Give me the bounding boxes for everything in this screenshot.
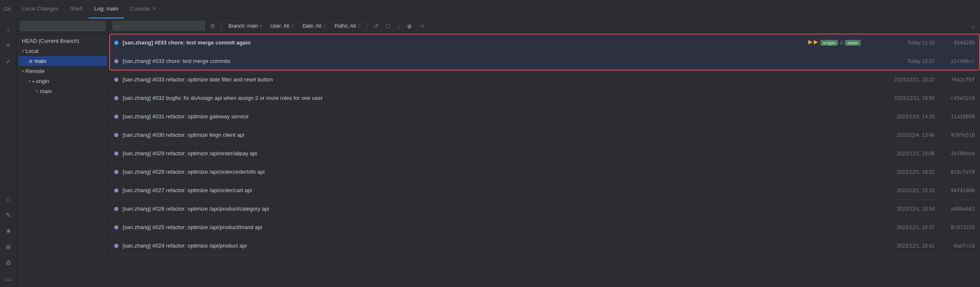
- commit-hash: 2e20bdce: [941, 151, 975, 157]
- branch-item-head[interactable]: HEAD (Current Branch): [18, 36, 107, 46]
- commit-row[interactable]: [san.zhang] #033 chore: test merge commi…: [109, 34, 980, 52]
- sidebar-icon-add-circle[interactable]: ⊕: [1, 239, 16, 254]
- log-search-input[interactable]: [121, 23, 201, 29]
- tag-amp: &: [840, 40, 843, 46]
- commit-date: 2023/12/4, 14:20: [867, 114, 935, 120]
- sidebar-icon-star[interactable]: ★: [1, 223, 16, 238]
- commit-message: [san.zhang] #033 chore: test merge commi…: [123, 58, 861, 64]
- tab-console-close[interactable]: ✕: [152, 6, 156, 11]
- commit-hash: 0aefcc6: [941, 243, 975, 249]
- branch-item-origin-main[interactable]: ⑂ main: [18, 86, 107, 96]
- commit-row[interactable]: [san.zhang] #033 refactor: optimize date…: [109, 70, 980, 89]
- tab-log-main[interactable]: Log: main: [89, 0, 124, 18]
- commit-hash: 818cfe74: [941, 169, 975, 175]
- commit-row[interactable]: [san.zhang] #029 refactor: optimize /api…: [109, 144, 980, 163]
- commit-hash: 978fe516: [941, 132, 975, 138]
- log-search-wrap: ⌕: [113, 21, 205, 31]
- branch-item-remote[interactable]: ▾ Remote: [18, 66, 107, 76]
- tab-bar: Git: Local Changes Shelf Log: main Conso…: [0, 0, 980, 18]
- commit-message: [san.zhang] #025 refactor: optimize /api…: [123, 224, 861, 230]
- commit-row[interactable]: [san.zhang] #033 chore: test merge commi…: [109, 52, 980, 70]
- commit-row[interactable]: [san.zhang] #028 refactor: optimize /api…: [109, 163, 980, 181]
- commit-hash: a809a461: [941, 206, 975, 212]
- expand-icon: ▾: [22, 49, 24, 53]
- date-dropdown-arrow: ⬡: [323, 24, 326, 28]
- settings-icon-btn[interactable]: ⚙: [208, 22, 217, 30]
- tag-arrow-icon: ⯈⯈: [808, 39, 819, 46]
- branch-dropdown[interactable]: Branch: main ▾: [226, 22, 265, 30]
- commit-row[interactable]: [san.zhang] #024 refactor: optimize /api…: [109, 237, 980, 255]
- commit-date: Today 10:07: [867, 58, 935, 64]
- expand-icon-origin: ▾: [29, 79, 31, 83]
- commit-dot: [114, 96, 118, 100]
- more-search-icon-btn[interactable]: ⌕: [970, 22, 977, 30]
- commit-row[interactable]: [san.zhang] #030 refactor: optimize feig…: [109, 126, 980, 144]
- commit-row[interactable]: [san.zhang] #025 refactor: optimize /api…: [109, 218, 980, 237]
- commit-hash: 11a18096: [941, 114, 975, 120]
- branch-icon: ⑂: [35, 89, 38, 94]
- commit-row[interactable]: [san.zhang] #032 bugfix: fix doAssign ap…: [109, 89, 980, 107]
- refresh-icon-btn[interactable]: ↺: [372, 22, 380, 30]
- branch-item-main[interactable]: ⊗ main: [18, 56, 107, 66]
- log-area: ⌕ ⚙ Branch: main ▾ User: All ⬡ Date: All…: [109, 18, 980, 287]
- sidebar-icon-search[interactable]: ⌕: [1, 191, 16, 206]
- commit-date: Today 11:33: [867, 40, 935, 46]
- user-dropdown[interactable]: User: All ⬡: [268, 22, 297, 30]
- toolbar-sep1: [221, 22, 222, 30]
- commit-dot: [114, 41, 118, 45]
- commit-hash: c45e32c0: [941, 95, 975, 101]
- branch-item-origin[interactable]: ▾ ▪ origin: [18, 76, 107, 86]
- branch-dropdown-arrow: ▾: [260, 24, 262, 28]
- commit-message: [san.zhang] #028 refactor: optimize /api…: [123, 169, 861, 175]
- tab-shelf[interactable]: Shelf: [64, 0, 89, 18]
- commit-message: [san.zhang] #033 refactor: optimize date…: [123, 76, 861, 83]
- commit-tags: ⯈⯈ origin & main: [808, 39, 861, 46]
- commit-message: [san.zhang] #027 refactor: optimize /api…: [123, 187, 861, 193]
- commit-hash: 8c872225: [941, 224, 975, 230]
- fetch-icon-btn[interactable]: ⬡: [384, 22, 392, 30]
- tag-icon: ⊗: [29, 58, 33, 64]
- sidebar-icon-add[interactable]: +: [1, 38, 16, 53]
- commit-dot: [114, 188, 118, 193]
- commit-row[interactable]: [san.zhang] #026 refactor: optimize /api…: [109, 200, 980, 218]
- main-layout: ‹ + ✓ ⌕ ✎ ★ ⊕ ⚙ ▭ HEAD (Current Branch) …: [0, 18, 980, 287]
- branch-item-local[interactable]: ▾ Local: [18, 46, 107, 56]
- commit-message: [san.zhang] #033 chore: test merge commi…: [123, 39, 808, 46]
- commit-date: 2023/12/1, 18:01: [867, 169, 935, 175]
- tab-console[interactable]: Console ✕: [124, 0, 162, 18]
- commit-row[interactable]: [san.zhang] #027 refactor: optimize /api…: [109, 181, 980, 200]
- sidebar-icon-settings[interactable]: ⚙: [1, 255, 16, 270]
- commit-date: 2023/12/1, 18:06: [867, 151, 935, 157]
- sidebar-icon-edit[interactable]: ✎: [1, 207, 16, 222]
- branch-search-container: [17, 18, 109, 34]
- commit-dot: [114, 170, 118, 174]
- branch-search-input[interactable]: [20, 21, 105, 31]
- commit-hash: 94f4186b: [941, 188, 975, 193]
- sidebar-icon-check[interactable]: ✓: [1, 54, 16, 69]
- commit-date: 2023/12/1, 15:16: [867, 188, 935, 193]
- push-icon-btn[interactable]: ⊣: [417, 22, 425, 30]
- commit-dot: [114, 225, 118, 230]
- eye-icon-btn[interactable]: ◉: [405, 22, 414, 30]
- commit-hash: a1c496cc: [941, 58, 975, 64]
- user-dropdown-arrow: ⬡: [291, 24, 294, 28]
- commit-row[interactable]: [san.zhang] #031 refactor: optimize gate…: [109, 107, 980, 126]
- date-dropdown[interactable]: Date: All ⬡: [300, 22, 329, 30]
- commit-date: 2023/12/1, 10:47: [867, 224, 935, 230]
- commit-message: [san.zhang] #031 refactor: optimize gate…: [123, 113, 861, 120]
- branch-panel: HEAD (Current Branch) ▾ Local ⊗ main ▾ R…: [17, 18, 109, 287]
- paths-dropdown[interactable]: Paths: All ⬡: [332, 22, 363, 30]
- commit-hash: 7642cfbf: [941, 77, 975, 83]
- sidebar-icon-terminal[interactable]: ▭: [1, 271, 16, 286]
- commit-table: [san.zhang] #033 chore: test merge commi…: [109, 34, 980, 287]
- commit-dot: [114, 78, 118, 82]
- branch-tree: HEAD (Current Branch) ▾ Local ⊗ main ▾ R…: [17, 34, 109, 287]
- commit-dot: [114, 207, 118, 211]
- commit-message: [san.zhang] #029 refactor: optimize /api…: [123, 150, 861, 157]
- commit-date: 2023/12/11, 20:22: [867, 77, 935, 83]
- commit-message: [san.zhang] #030 refactor: optimize feig…: [123, 132, 861, 138]
- commit-date: 2023/12/1, 10:54: [867, 206, 935, 212]
- sidebar-icon-back[interactable]: ‹: [1, 22, 16, 37]
- pull-icon-btn[interactable]: ↓: [396, 22, 402, 30]
- tab-local-changes[interactable]: Local Changes: [16, 0, 64, 18]
